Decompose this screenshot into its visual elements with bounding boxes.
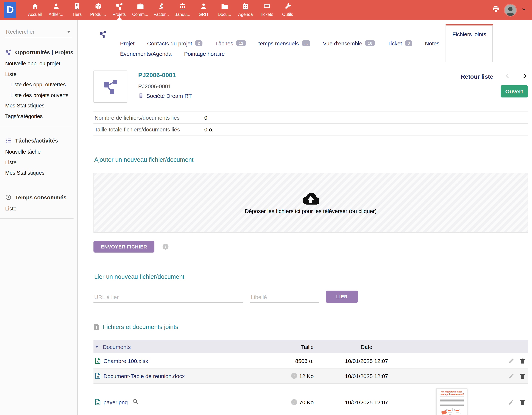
search-caret-icon[interactable] [67, 31, 71, 33]
tab-temps-mensuels[interactable]: temps mensuels... [252, 33, 317, 54]
topnav-agenda[interactable]: Agenda [235, 0, 256, 20]
products-icon [95, 3, 102, 10]
file-link[interactable]: payer.png [104, 399, 128, 405]
company-building-icon [138, 93, 144, 99]
cloud-upload-icon [302, 192, 319, 205]
send-file-button[interactable]: ENVOYER FICHIER [94, 241, 154, 253]
sidebar-item-liste-taches[interactable]: Liste [0, 157, 77, 168]
member-icon [52, 3, 60, 10]
info-icon: i [291, 399, 297, 405]
topnav-adherents[interactable]: Adhér... [46, 0, 66, 20]
topbar-right [492, 4, 532, 16]
print-button[interactable] [492, 5, 500, 15]
tab-notes[interactable]: Notes [419, 33, 446, 54]
sidebar-section-projets: Opportunités | Projets [0, 49, 77, 55]
back-to-list-link[interactable]: Retour liste [461, 73, 493, 80]
delete-trash-icon[interactable] [519, 399, 526, 405]
user-avatar-icon [505, 4, 516, 16]
image-preview-thumbnail[interactable]: Un rapport de stage c'est quoi exactemen… [436, 388, 467, 415]
thumbnail-text-lines [440, 397, 464, 406]
column-date[interactable]: Date [314, 343, 409, 350]
chevron-left-icon [504, 73, 511, 79]
top-navigation: Accueil Adhér... Tiers Produi... Projets… [24, 0, 298, 20]
link-label-input[interactable] [250, 292, 319, 303]
topnav-outils[interactable]: Outils [277, 0, 298, 20]
edit-pencil-icon[interactable] [508, 373, 514, 379]
link-button[interactable]: LIER [326, 291, 358, 303]
sidebar-item-liste-opp-ouvertes[interactable]: Liste des opp. ouvertes [0, 79, 77, 90]
topnav-accueil[interactable]: Accueil [24, 0, 46, 20]
tabs-row-2: Événements/Agenda Pointage horaire [114, 45, 231, 62]
company-link[interactable]: Société Dream RT [146, 93, 192, 99]
sidebar-divider [0, 218, 74, 219]
info-icon: i [291, 373, 297, 379]
sidebar-item-liste-projets-ouverts[interactable]: Liste des projets ouverts [0, 90, 77, 101]
chevron-right-icon [522, 73, 528, 79]
project-banner: PJ2006-0001 PJ2006-0001 Société Dream RT… [94, 71, 528, 103]
tab-fichiers-joints[interactable]: Fichiers joints [446, 24, 493, 62]
billing-icon [158, 3, 165, 10]
file-date: 10/01/2025 12:07 [314, 399, 409, 405]
topnav-produits[interactable]: Produi... [87, 0, 109, 20]
tab-badge: ... [302, 40, 310, 46]
column-size[interactable]: Taille [258, 343, 314, 350]
topnav-projets[interactable]: Projets [109, 0, 130, 20]
topbar: D Accueil Adhér... Tiers Produi... Proje… [0, 0, 532, 20]
tab-pointage-horaire[interactable]: Pointage horaire [178, 45, 231, 62]
previous-record-button [504, 73, 511, 81]
sidebar-item-nouvelle-tache[interactable]: Nouvelle tâche [0, 147, 77, 157]
delete-trash-icon[interactable] [519, 373, 526, 379]
file-link[interactable]: Document-Table de reunion.docx [104, 373, 185, 379]
sidebar-divider [0, 183, 74, 183]
topnav-commerce[interactable]: Comm... [130, 0, 151, 20]
sidebar-item-nouvelle-opp[interactable]: Nouvelle opp. ou projet [0, 58, 77, 69]
topnav-grh[interactable]: GRH [193, 0, 214, 20]
avatar[interactable] [505, 4, 516, 16]
sidebar-section-taches: Tâches/activités [0, 137, 77, 144]
topnav-tickets[interactable]: Tickets [256, 0, 277, 20]
sidebar-item-tags-categories[interactable]: Tags/catégories [0, 111, 77, 121]
file-row: payer.png i 70 Ko 10/01/2025 12:07 Un ra… [94, 384, 528, 415]
sidebar-item-mes-statistiques-projets[interactable]: Mes Statistiques [0, 101, 77, 111]
svg-text:w: w [96, 375, 99, 378]
column-documents[interactable]: Documents [94, 343, 258, 350]
topnav-tiers[interactable]: Tiers [66, 0, 87, 20]
bank-icon [179, 3, 186, 10]
topnav-banques[interactable]: Banqu... [172, 0, 193, 20]
edit-pencil-icon[interactable] [508, 399, 514, 405]
task-list-icon [5, 137, 11, 144]
url-to-link-input[interactable] [94, 292, 243, 303]
next-record-button[interactable] [522, 73, 528, 81]
delete-trash-icon[interactable] [519, 358, 526, 364]
project-identity: PJ2006-0001 PJ2006-0001 Société Dream RT [138, 71, 192, 103]
tab-evenements-agenda[interactable]: Événements/Agenda [114, 45, 178, 62]
sidebar-item-mes-statistiques-taches[interactable]: Mes Statistiques [0, 168, 77, 178]
documents-icon [221, 3, 228, 10]
tab-vue-densemble[interactable]: Vue d'ensemble16 [317, 33, 381, 54]
sidebar-item-liste-temps[interactable]: Liste [0, 203, 77, 214]
summary-label: Nombre de fichiers/documents liés [94, 114, 204, 121]
preview-zoom-button[interactable] [131, 398, 139, 406]
tools-icon [284, 3, 291, 10]
collapse-caret-icon[interactable] [95, 346, 99, 348]
topnav-documents[interactable]: Docu... [214, 0, 235, 20]
tab-badge: 3 [405, 40, 412, 46]
chevron-down-icon [521, 6, 527, 12]
tab-ticket[interactable]: Ticket3 [381, 33, 418, 54]
edit-pencil-icon[interactable] [508, 358, 514, 364]
sidebar-item-liste-projets[interactable]: Liste [0, 69, 77, 79]
topnav-facturation[interactable]: Factur... [151, 0, 172, 20]
user-menu-toggle[interactable] [521, 6, 527, 14]
tab-badge: 16 [365, 40, 375, 46]
project-label: PJ2006-0001 [138, 83, 192, 89]
search-input[interactable] [5, 28, 66, 35]
file-link[interactable]: Chambre 100.xlsx [104, 358, 148, 364]
docx-file-icon: w [95, 373, 101, 379]
tab-badge: 12 [236, 40, 246, 46]
app-logo[interactable]: D [4, 2, 16, 18]
project-tabs-header: Projet Contacts du projet2 Tâches12 temp… [94, 20, 528, 62]
file-upload-icon [94, 323, 100, 331]
send-file-row: ENVOYER FICHIER i [94, 241, 528, 253]
project-diagram-icon [102, 78, 118, 95]
file-dropzone[interactable]: Déposer les fichiers ici pour les téléve… [94, 173, 528, 233]
